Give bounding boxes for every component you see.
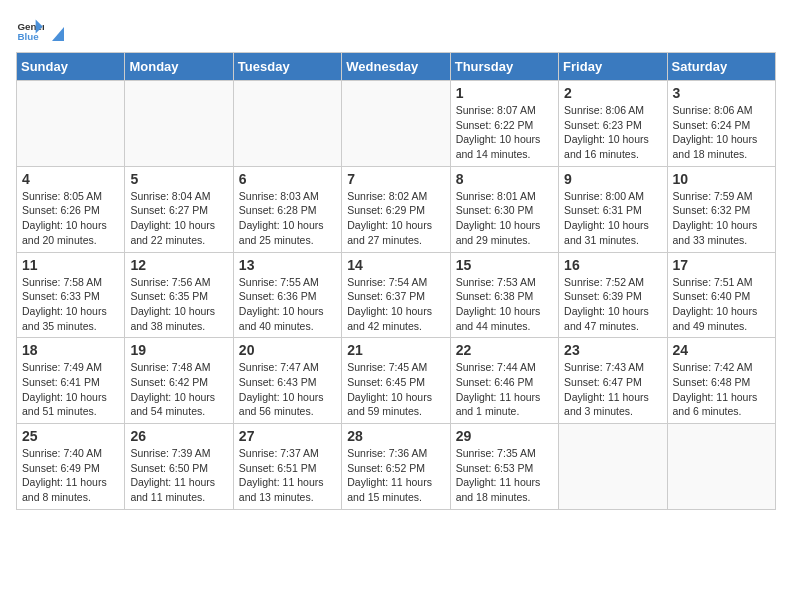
day-info: Sunrise: 8:06 AMSunset: 6:24 PMDaylight:… (673, 103, 770, 162)
calendar-cell: 4Sunrise: 8:05 AMSunset: 6:26 PMDaylight… (17, 166, 125, 252)
column-header-friday: Friday (559, 53, 667, 81)
day-info: Sunrise: 7:40 AMSunset: 6:49 PMDaylight:… (22, 446, 119, 505)
day-info: Sunrise: 7:55 AMSunset: 6:36 PMDaylight:… (239, 275, 336, 334)
calendar-cell: 18Sunrise: 7:49 AMSunset: 6:41 PMDayligh… (17, 338, 125, 424)
day-info: Sunrise: 7:56 AMSunset: 6:35 PMDaylight:… (130, 275, 227, 334)
calendar-cell: 28Sunrise: 7:36 AMSunset: 6:52 PMDayligh… (342, 424, 450, 510)
day-number: 21 (347, 342, 444, 358)
day-info: Sunrise: 8:03 AMSunset: 6:28 PMDaylight:… (239, 189, 336, 248)
calendar-cell: 2Sunrise: 8:06 AMSunset: 6:23 PMDaylight… (559, 81, 667, 167)
logo: General Blue (16, 16, 68, 44)
day-info: Sunrise: 7:44 AMSunset: 6:46 PMDaylight:… (456, 360, 553, 419)
day-info: Sunrise: 7:51 AMSunset: 6:40 PMDaylight:… (673, 275, 770, 334)
day-info: Sunrise: 7:59 AMSunset: 6:32 PMDaylight:… (673, 189, 770, 248)
calendar-cell: 20Sunrise: 7:47 AMSunset: 6:43 PMDayligh… (233, 338, 341, 424)
calendar-cell: 7Sunrise: 8:02 AMSunset: 6:29 PMDaylight… (342, 166, 450, 252)
calendar-cell: 9Sunrise: 8:00 AMSunset: 6:31 PMDaylight… (559, 166, 667, 252)
day-number: 12 (130, 257, 227, 273)
logo-triangle-icon (48, 23, 68, 43)
column-header-sunday: Sunday (17, 53, 125, 81)
day-info: Sunrise: 7:58 AMSunset: 6:33 PMDaylight:… (22, 275, 119, 334)
day-info: Sunrise: 8:07 AMSunset: 6:22 PMDaylight:… (456, 103, 553, 162)
day-number: 14 (347, 257, 444, 273)
calendar-cell: 3Sunrise: 8:06 AMSunset: 6:24 PMDaylight… (667, 81, 775, 167)
day-info: Sunrise: 7:35 AMSunset: 6:53 PMDaylight:… (456, 446, 553, 505)
calendar-cell: 8Sunrise: 8:01 AMSunset: 6:30 PMDaylight… (450, 166, 558, 252)
day-info: Sunrise: 8:06 AMSunset: 6:23 PMDaylight:… (564, 103, 661, 162)
day-info: Sunrise: 7:45 AMSunset: 6:45 PMDaylight:… (347, 360, 444, 419)
svg-text:Blue: Blue (17, 31, 39, 42)
calendar-cell: 1Sunrise: 8:07 AMSunset: 6:22 PMDaylight… (450, 81, 558, 167)
calendar-week-row: 4Sunrise: 8:05 AMSunset: 6:26 PMDaylight… (17, 166, 776, 252)
page-header: General Blue (16, 16, 776, 44)
calendar-cell: 22Sunrise: 7:44 AMSunset: 6:46 PMDayligh… (450, 338, 558, 424)
calendar-cell (667, 424, 775, 510)
day-number: 26 (130, 428, 227, 444)
calendar-cell: 19Sunrise: 7:48 AMSunset: 6:42 PMDayligh… (125, 338, 233, 424)
day-number: 16 (564, 257, 661, 273)
calendar-cell (559, 424, 667, 510)
calendar-cell (233, 81, 341, 167)
calendar-cell: 27Sunrise: 7:37 AMSunset: 6:51 PMDayligh… (233, 424, 341, 510)
day-number: 29 (456, 428, 553, 444)
calendar-cell: 29Sunrise: 7:35 AMSunset: 6:53 PMDayligh… (450, 424, 558, 510)
day-number: 13 (239, 257, 336, 273)
day-info: Sunrise: 7:42 AMSunset: 6:48 PMDaylight:… (673, 360, 770, 419)
calendar-cell (125, 81, 233, 167)
day-info: Sunrise: 8:01 AMSunset: 6:30 PMDaylight:… (456, 189, 553, 248)
column-header-thursday: Thursday (450, 53, 558, 81)
column-header-monday: Monday (125, 53, 233, 81)
calendar-cell: 16Sunrise: 7:52 AMSunset: 6:39 PMDayligh… (559, 252, 667, 338)
calendar-cell: 25Sunrise: 7:40 AMSunset: 6:49 PMDayligh… (17, 424, 125, 510)
day-info: Sunrise: 7:39 AMSunset: 6:50 PMDaylight:… (130, 446, 227, 505)
day-number: 15 (456, 257, 553, 273)
day-number: 5 (130, 171, 227, 187)
day-number: 6 (239, 171, 336, 187)
calendar-week-row: 11Sunrise: 7:58 AMSunset: 6:33 PMDayligh… (17, 252, 776, 338)
day-number: 4 (22, 171, 119, 187)
calendar-cell: 21Sunrise: 7:45 AMSunset: 6:45 PMDayligh… (342, 338, 450, 424)
calendar-cell: 11Sunrise: 7:58 AMSunset: 6:33 PMDayligh… (17, 252, 125, 338)
day-info: Sunrise: 8:00 AMSunset: 6:31 PMDaylight:… (564, 189, 661, 248)
calendar-cell: 5Sunrise: 8:04 AMSunset: 6:27 PMDaylight… (125, 166, 233, 252)
svg-marker-2 (52, 27, 64, 41)
calendar-cell: 24Sunrise: 7:42 AMSunset: 6:48 PMDayligh… (667, 338, 775, 424)
day-number: 8 (456, 171, 553, 187)
day-number: 27 (239, 428, 336, 444)
calendar-cell (342, 81, 450, 167)
day-number: 1 (456, 85, 553, 101)
day-number: 2 (564, 85, 661, 101)
calendar-table: SundayMondayTuesdayWednesdayThursdayFrid… (16, 52, 776, 510)
day-number: 25 (22, 428, 119, 444)
day-info: Sunrise: 7:48 AMSunset: 6:42 PMDaylight:… (130, 360, 227, 419)
day-number: 19 (130, 342, 227, 358)
day-number: 11 (22, 257, 119, 273)
day-number: 23 (564, 342, 661, 358)
calendar-header-row: SundayMondayTuesdayWednesdayThursdayFrid… (17, 53, 776, 81)
calendar-cell: 23Sunrise: 7:43 AMSunset: 6:47 PMDayligh… (559, 338, 667, 424)
calendar-cell: 13Sunrise: 7:55 AMSunset: 6:36 PMDayligh… (233, 252, 341, 338)
day-number: 17 (673, 257, 770, 273)
calendar-cell: 10Sunrise: 7:59 AMSunset: 6:32 PMDayligh… (667, 166, 775, 252)
day-info: Sunrise: 7:37 AMSunset: 6:51 PMDaylight:… (239, 446, 336, 505)
calendar-body: 1Sunrise: 8:07 AMSunset: 6:22 PMDaylight… (17, 81, 776, 510)
day-info: Sunrise: 8:02 AMSunset: 6:29 PMDaylight:… (347, 189, 444, 248)
calendar-cell: 15Sunrise: 7:53 AMSunset: 6:38 PMDayligh… (450, 252, 558, 338)
calendar-cell: 6Sunrise: 8:03 AMSunset: 6:28 PMDaylight… (233, 166, 341, 252)
calendar-cell: 14Sunrise: 7:54 AMSunset: 6:37 PMDayligh… (342, 252, 450, 338)
day-info: Sunrise: 7:53 AMSunset: 6:38 PMDaylight:… (456, 275, 553, 334)
calendar-week-row: 18Sunrise: 7:49 AMSunset: 6:41 PMDayligh… (17, 338, 776, 424)
calendar-header: SundayMondayTuesdayWednesdayThursdayFrid… (17, 53, 776, 81)
column-header-wednesday: Wednesday (342, 53, 450, 81)
day-info: Sunrise: 7:36 AMSunset: 6:52 PMDaylight:… (347, 446, 444, 505)
day-number: 24 (673, 342, 770, 358)
day-number: 28 (347, 428, 444, 444)
calendar-cell: 17Sunrise: 7:51 AMSunset: 6:40 PMDayligh… (667, 252, 775, 338)
day-number: 22 (456, 342, 553, 358)
day-info: Sunrise: 7:47 AMSunset: 6:43 PMDaylight:… (239, 360, 336, 419)
day-number: 9 (564, 171, 661, 187)
day-info: Sunrise: 7:54 AMSunset: 6:37 PMDaylight:… (347, 275, 444, 334)
day-number: 3 (673, 85, 770, 101)
calendar-cell (17, 81, 125, 167)
day-number: 18 (22, 342, 119, 358)
